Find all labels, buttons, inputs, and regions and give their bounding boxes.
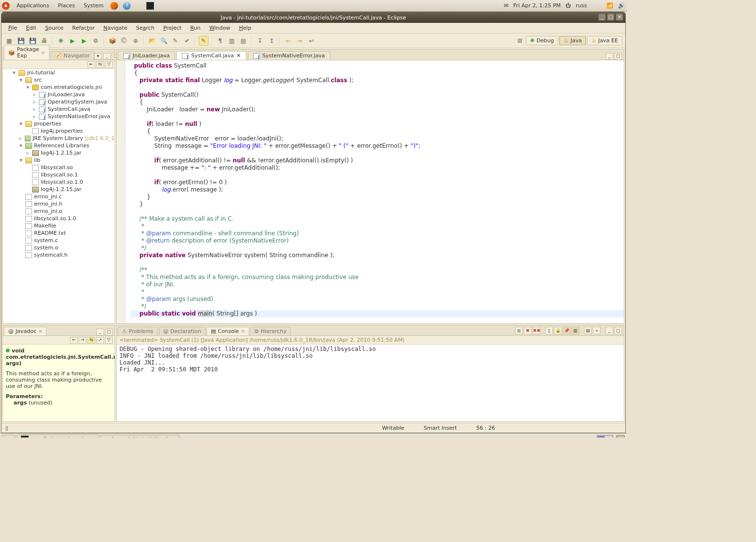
perspective-javaee[interactable]: ♨Java EE — [587, 36, 622, 45]
menu-system[interactable]: System — [82, 1, 105, 10]
open-type-button[interactable]: 📂 — [147, 36, 157, 46]
terminal-icon[interactable] — [146, 2, 154, 10]
remove-launch-button[interactable]: ✖ — [524, 327, 532, 334]
search-button[interactable]: 🔍 — [159, 36, 169, 46]
taskbar-eclipse[interactable]: ◉Java - jni-tutorial/src/c... — [100, 435, 180, 437]
menu-run[interactable]: Run — [187, 24, 205, 32]
open-console-button[interactable]: ▤ — [584, 327, 592, 334]
last-edit-button[interactable]: ↩ — [307, 36, 316, 46]
display-selected-button[interactable]: ▥ — [571, 327, 579, 334]
tab-javadoc[interactable]: @ Javadoc ✕ — [4, 327, 47, 335]
project-tree[interactable]: ▾jni-tutorial ▾src ▾com.etretatlogiciels… — [3, 69, 115, 323]
menu-help[interactable]: Help — [235, 24, 255, 32]
tab-hierarchy[interactable]: ⧉ Hierarchy — [250, 327, 291, 335]
tree-file[interactable]: log4j.properties — [41, 128, 83, 134]
mail-icon[interactable]: ✉ — [504, 2, 508, 9]
minimize-view-button[interactable]: _ — [96, 329, 104, 335]
firefox-icon[interactable] — [110, 2, 118, 10]
perspective-java[interactable]: ♨Java — [559, 36, 586, 45]
tab-package-explorer[interactable]: 📦 Package Exp ✕ — [4, 45, 50, 60]
maximize-editor-button[interactable]: ▢ — [614, 53, 622, 60]
menu-search[interactable]: Search — [132, 24, 158, 32]
help-icon[interactable]: ? — [123, 2, 131, 10]
tree-jre[interactable]: JRE System Library [jdk1.6.0_1 — [33, 135, 115, 141]
tree-package[interactable]: com.etretatlogiciels.jni — [41, 84, 102, 90]
menu-applications[interactable]: Applications — [15, 1, 51, 10]
open-perspective-button[interactable]: ⊞ — [515, 36, 525, 46]
tree-file[interactable]: README.txt — [34, 230, 66, 236]
terminate-button[interactable]: ■ — [515, 327, 523, 334]
tab-navigator[interactable]: 🧭 Navigator — [51, 51, 94, 60]
pin-console-button[interactable]: 📌 — [563, 327, 570, 334]
external-tools-button[interactable]: ⚙ — [91, 36, 101, 46]
tab-declaration[interactable]: @ Declaration — [159, 327, 206, 335]
new-package-button[interactable]: 📦 — [107, 36, 117, 46]
tree-java-file[interactable]: SystemCall.java — [48, 106, 90, 112]
source-code[interactable]: public class SystemCall { private static… — [127, 60, 624, 323]
editor-gutter[interactable] — [117, 60, 125, 323]
run-last-button[interactable]: ▶ — [79, 36, 89, 46]
tree-file[interactable]: libsyscall.so.1 — [41, 172, 78, 178]
tree-file[interactable]: libsyscall.so — [41, 164, 73, 171]
close-button[interactable]: ✕ — [616, 13, 623, 21]
titlebar[interactable]: Java - jni-tutorial/src/com/etretatlogic… — [1, 12, 625, 23]
close-icon[interactable]: ✕ — [41, 50, 45, 55]
tree-java-file[interactable]: JniLoader.java — [48, 91, 85, 98]
show-desktop-button[interactable]: ▥ — [2, 435, 16, 437]
new-button[interactable]: ▦ — [4, 36, 14, 46]
taskbar-terminal[interactable]: russ@ubuntu-karmic: ... — [17, 434, 99, 438]
code-editor[interactable]: public class SystemCall { private static… — [117, 60, 624, 323]
maximize-view-button[interactable]: ▢ — [614, 327, 622, 334]
tree-file[interactable]: libsyscall.so.1.0 — [34, 215, 76, 222]
menu-file[interactable]: File — [4, 24, 21, 32]
console-output[interactable]: DEBUG - Opening shared-object library on… — [117, 345, 624, 421]
minimize-view-button[interactable]: _ — [605, 327, 613, 334]
tree-lib[interactable]: lib — [34, 157, 40, 163]
menu-source[interactable]: Source — [41, 24, 68, 32]
scroll-lock-button[interactable]: 🔒 — [554, 327, 562, 334]
save-all-button[interactable]: 💾 — [28, 36, 37, 46]
new-type-button[interactable]: ⊕ — [131, 36, 140, 46]
javadoc-open-button[interactable]: ↗ — [96, 337, 104, 344]
tree-file[interactable]: errno_jni.h — [34, 201, 62, 207]
tree-file[interactable]: Makefile — [34, 223, 56, 229]
tree-project[interactable]: jni-tutorial — [27, 70, 55, 76]
minimize-editor-button[interactable]: _ — [605, 53, 613, 60]
maximize-button[interactable]: ▢ — [607, 13, 615, 21]
editor-tab-systemcall[interactable]: SystemCall.java ✕ — [176, 51, 246, 60]
tree-java-file[interactable]: SystemNativeError.java — [48, 113, 110, 120]
tree-file[interactable]: errno_jni.o — [34, 208, 62, 214]
javadoc-menu-button[interactable]: ▽ — [105, 337, 113, 344]
forward-button[interactable]: ⇒ — [295, 36, 305, 46]
tree-properties[interactable]: properties — [34, 121, 61, 127]
menu-project[interactable]: Project — [159, 24, 186, 32]
menu-edit[interactable]: Edit — [22, 24, 40, 32]
tree-java-file[interactable]: OperatingSystem.java — [48, 99, 107, 105]
close-icon[interactable]: ✕ — [241, 329, 245, 334]
minimize-view-button[interactable]: _ — [103, 53, 111, 60]
javadoc-link-button[interactable]: ⇆ — [87, 337, 95, 344]
menu-navigate[interactable]: Navigate — [100, 24, 131, 32]
volume-icon[interactable]: 🔊 — [618, 2, 625, 9]
print-button[interactable]: 🖶 — [39, 36, 49, 46]
tab-problems[interactable]: ⚠ Problems — [118, 327, 158, 335]
user-menu[interactable]: russ — [576, 2, 587, 9]
show-whitespace-button[interactable]: ¶ — [215, 36, 225, 46]
tree-file[interactable]: libsyscall.so.1.0 — [41, 179, 83, 185]
tree-file[interactable]: system.c — [34, 237, 58, 244]
save-button[interactable]: 💾 — [16, 36, 26, 46]
network-icon[interactable]: 📶 — [606, 2, 613, 9]
prev-annotation-button[interactable]: ↥ — [267, 36, 276, 46]
workspace-switcher[interactable] — [597, 435, 613, 438]
tree-file[interactable]: system.o — [34, 245, 58, 251]
collapse-all-button[interactable]: ⇤ — [87, 61, 95, 68]
minimize-button[interactable]: _ — [598, 13, 606, 21]
clock[interactable]: Fri Apr 2, 1:25 PM — [514, 2, 561, 9]
menu-refactor[interactable]: Refactor — [69, 24, 99, 32]
link-editor-button[interactable]: ⇆ — [96, 61, 104, 68]
editor-tab-jniloader[interactable]: JniLoader.java — [118, 51, 175, 60]
tree-file[interactable]: log4j-1.2.15.jar — [41, 186, 82, 192]
tree-src[interactable]: src — [34, 77, 42, 83]
debug-button[interactable]: ❋ — [56, 36, 66, 46]
new-console-button[interactable]: ＋ — [593, 327, 601, 334]
